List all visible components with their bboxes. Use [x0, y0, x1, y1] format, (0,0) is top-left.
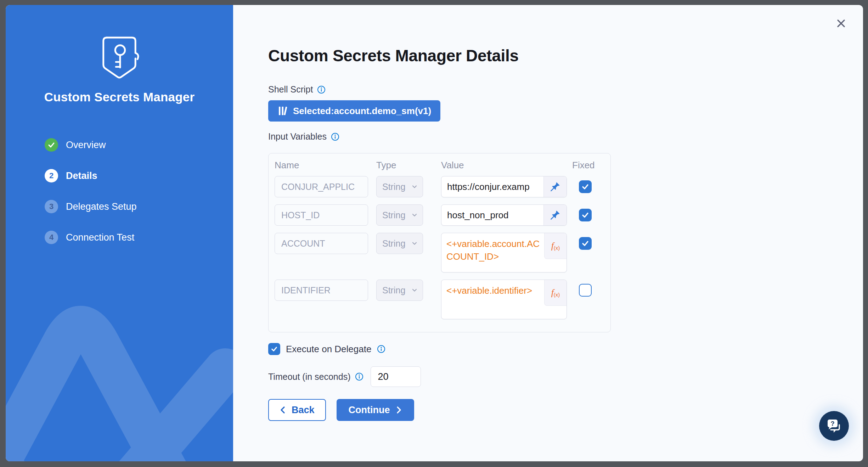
info-icon[interactable]: [355, 372, 363, 381]
column-header-fixed: Fixed: [572, 160, 595, 171]
variable-name-field[interactable]: HOST_ID: [275, 204, 368, 226]
variable-type-select[interactable]: String: [376, 233, 423, 254]
library-icon: [277, 106, 288, 116]
chat-question-icon: ?: [825, 418, 843, 434]
timeout-input[interactable]: [371, 366, 421, 387]
brand: Custom Secrets Manager: [6, 33, 233, 104]
brand-watermark: [6, 295, 233, 461]
chevron-right-icon: [395, 406, 402, 414]
table-row: ACCOUNT String f(x) <+variable.account.A…: [275, 233, 610, 272]
chevron-down-icon: [411, 287, 418, 293]
wizard-steps: Overview 2 Details 3 Delegates Setup 4 C…: [6, 138, 233, 244]
expression-fx-icon[interactable]: f(x): [544, 280, 567, 306]
variable-name-field[interactable]: IDENTIFIER: [275, 280, 368, 301]
step-label: Connection Test: [66, 232, 134, 243]
variable-name-field[interactable]: ACCOUNT: [275, 233, 368, 254]
step-label: Details: [66, 170, 97, 181]
step-number-badge: 2: [45, 169, 58, 182]
variable-value-expression[interactable]: f(x) <+variable.identifier>: [441, 280, 567, 319]
step-overview[interactable]: Overview: [45, 138, 233, 152]
pin-icon[interactable]: [543, 176, 567, 197]
step-number-badge: 3: [45, 200, 58, 213]
step-label: Overview: [66, 140, 106, 151]
step-number-badge: 4: [45, 231, 58, 244]
column-header-value: Value: [441, 160, 567, 171]
fixed-checkbox-unchecked[interactable]: [579, 284, 592, 297]
table-row: IDENTIFIER String f(x) <+variable.identi…: [275, 280, 610, 319]
expression-fx-icon[interactable]: f(x): [544, 233, 567, 259]
execute-on-delegate-checkbox[interactable]: [268, 343, 280, 355]
input-variables-table: Name Type Value Fixed CONJUR_APPLIC Stri…: [268, 153, 611, 332]
info-icon[interactable]: [377, 345, 385, 353]
details-panel: Custom Secrets Manager Details Shell Scr…: [233, 5, 863, 461]
chevron-left-icon: [280, 406, 287, 414]
fixed-checkbox-checked[interactable]: [579, 180, 592, 193]
fixed-checkbox-checked[interactable]: [579, 209, 592, 221]
input-variables-label: Input Variables: [268, 131, 327, 142]
back-button[interactable]: Back: [268, 399, 326, 421]
chevron-down-icon: [411, 184, 418, 190]
svg-text:?: ?: [831, 420, 835, 427]
selected-shell-script-button[interactable]: Selected:account.demo_sm(v1): [268, 100, 440, 122]
column-header-name: Name: [275, 160, 368, 171]
shield-key-icon: [98, 33, 140, 86]
table-row: CONJUR_APPLIC String https://conjur.exam…: [275, 176, 610, 197]
help-chat-button[interactable]: ?: [819, 411, 849, 441]
variable-value-input[interactable]: https://conjur.examp: [441, 176, 567, 197]
timeout-label: Timeout (in seconds): [268, 372, 351, 382]
step-label: Delegates Setup: [66, 201, 137, 212]
step-delegates-setup[interactable]: 3 Delegates Setup: [45, 200, 233, 213]
variable-type-select[interactable]: String: [376, 204, 423, 226]
variable-name-field[interactable]: CONJUR_APPLIC: [275, 176, 368, 197]
shell-script-label: Shell Script: [268, 84, 313, 95]
execute-on-delegate-label: Execute on Delegate: [286, 344, 371, 355]
table-row: HOST_ID String host_non_prod: [275, 204, 610, 226]
wizard-sidebar: Custom Secrets Manager Overview 2 Detail…: [6, 5, 233, 461]
variable-type-select[interactable]: String: [376, 176, 423, 197]
pin-icon[interactable]: [543, 205, 567, 225]
modal-backdrop: Custom Secrets Manager Overview 2 Detail…: [0, 0, 868, 467]
custom-secrets-manager-dialog: Custom Secrets Manager Overview 2 Detail…: [6, 5, 863, 461]
chevron-down-icon: [411, 240, 418, 247]
sidebar-title: Custom Secrets Manager: [6, 90, 233, 104]
chevron-down-icon: [411, 212, 418, 218]
selected-shell-script-label: Selected:account.demo_sm(v1): [293, 106, 431, 117]
page-title: Custom Secrets Manager Details: [268, 46, 863, 65]
column-header-type: Type: [376, 160, 423, 171]
variable-value-input[interactable]: host_non_prod: [441, 204, 567, 226]
info-icon[interactable]: [317, 85, 326, 94]
continue-button[interactable]: Continue: [337, 399, 414, 421]
close-icon[interactable]: [833, 16, 849, 31]
step-connection-test[interactable]: 4 Connection Test: [45, 231, 233, 244]
variable-value-expression[interactable]: f(x) <+variable.account.ACCOUNT_ID>: [441, 233, 567, 272]
step-done-check-icon: [45, 138, 58, 152]
step-details[interactable]: 2 Details: [45, 169, 233, 182]
fixed-checkbox-checked[interactable]: [579, 237, 592, 250]
table-header: Name Type Value Fixed: [275, 159, 610, 171]
info-icon[interactable]: [331, 133, 339, 141]
variable-type-select[interactable]: String: [376, 280, 423, 301]
